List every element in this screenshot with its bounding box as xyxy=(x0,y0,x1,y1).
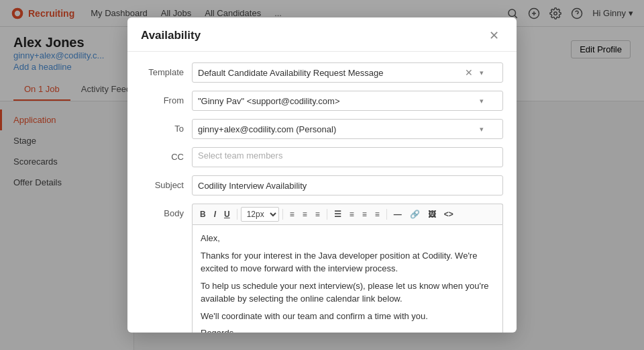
body-row: Body B I U 12px 14px 16px ≡ xyxy=(141,204,503,333)
image-button[interactable]: 🖼 xyxy=(425,208,439,220)
to-select[interactable]: ginny+alex@codility.com (Personal) ▾ xyxy=(192,119,503,139)
cc-field: Select team members xyxy=(192,147,503,167)
to-caret-icon: ▾ xyxy=(480,125,484,134)
cc-label: CC xyxy=(141,147,184,162)
bold-button[interactable]: B xyxy=(197,208,209,220)
to-label: To xyxy=(141,119,184,134)
modal-header: Availability ✕ xyxy=(127,17,517,52)
editor-body[interactable]: Alex, Thanks for your interest in the Ja… xyxy=(192,224,503,333)
template-row: Template Default Candidate Availability … xyxy=(141,62,503,83)
template-value: Default Candidate Availability Request M… xyxy=(198,68,384,78)
modal-form-body: Template Default Candidate Availability … xyxy=(127,52,517,333)
outdent-button[interactable]: ≡ xyxy=(372,208,383,220)
from-label: From xyxy=(141,91,184,105)
from-field: "Ginny Pav" <support@codility.com> ▾ xyxy=(192,91,503,111)
subject-row: Subject xyxy=(141,175,503,195)
unordered-list-button[interactable]: ☰ xyxy=(331,208,345,220)
toolbar-sep-4 xyxy=(386,209,387,220)
link-button[interactable]: 🔗 xyxy=(407,208,423,220)
underline-button[interactable]: U xyxy=(221,208,233,220)
from-row: From "Ginny Pav" <support@codility.com> … xyxy=(141,91,503,111)
align-center-button[interactable]: ≡ xyxy=(299,208,311,220)
template-clear-icon[interactable]: ✕ xyxy=(465,67,473,78)
body-label: Body xyxy=(141,204,184,218)
ordered-list-button[interactable]: ≡ xyxy=(346,208,358,220)
cc-placeholder: Select team members xyxy=(198,150,282,161)
toolbar-sep-1 xyxy=(237,209,237,220)
template-field: Default Candidate Availability Request M… xyxy=(192,62,503,83)
template-caret-icon: ▾ xyxy=(480,69,484,77)
indent-button[interactable]: ≡ xyxy=(359,208,370,220)
template-select[interactable]: Default Candidate Availability Request M… xyxy=(192,62,503,83)
hr-button[interactable]: — xyxy=(390,208,405,220)
from-value: "Ginny Pav" <support@codility.com> xyxy=(198,96,340,106)
subject-label: Subject xyxy=(141,175,184,190)
modal-close-button[interactable]: ✕ xyxy=(485,28,503,43)
to-field: ginny+alex@codility.com (Personal) ▾ xyxy=(192,119,503,139)
code-button[interactable]: <> xyxy=(441,208,457,220)
availability-modal: Availability ✕ Template Default Candidat… xyxy=(127,17,517,333)
subject-field xyxy=(192,175,503,195)
toolbar-sep-2 xyxy=(282,209,283,220)
subject-input[interactable] xyxy=(192,175,503,195)
from-select[interactable]: "Ginny Pav" <support@codility.com> ▾ xyxy=(192,91,503,111)
from-caret-icon: ▾ xyxy=(480,97,484,105)
editor-toolbar: B I U 12px 14px 16px ≡ ≡ ≡ xyxy=(192,204,503,224)
template-label: Template xyxy=(141,62,184,77)
align-left-button[interactable]: ≡ xyxy=(286,208,298,220)
align-right-button[interactable]: ≡ xyxy=(312,208,323,220)
modal-overlay: Availability ✕ Template Default Candidat… xyxy=(0,0,644,350)
body-field: B I U 12px 14px 16px ≡ ≡ ≡ xyxy=(192,204,503,333)
font-size-select[interactable]: 12px 14px 16px xyxy=(241,207,279,222)
modal-title: Availability xyxy=(141,29,201,42)
to-value: ginny+alex@codility.com (Personal) xyxy=(198,124,336,134)
to-row: To ginny+alex@codility.com (Personal) ▾ xyxy=(141,119,503,139)
toolbar-sep-3 xyxy=(327,209,327,220)
cc-input[interactable]: Select team members xyxy=(192,147,503,167)
cc-row: CC Select team members xyxy=(141,147,503,167)
italic-button[interactable]: I xyxy=(211,208,219,220)
